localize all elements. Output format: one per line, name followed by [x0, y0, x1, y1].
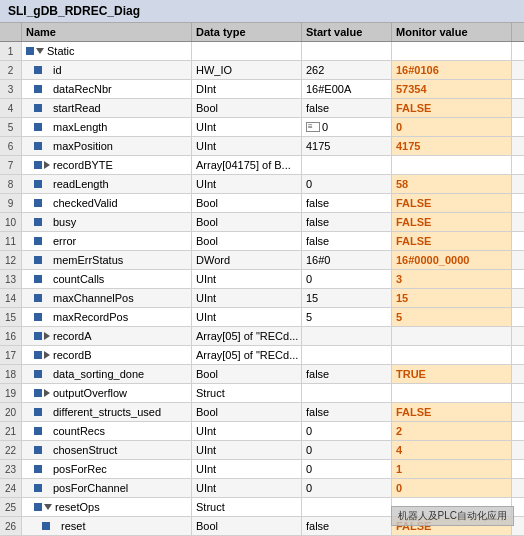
expand-arrow-right-icon[interactable]	[44, 161, 50, 169]
cell-monitor: 1	[392, 460, 512, 478]
table-row[interactable]: 13countCallsUInt03	[0, 270, 524, 289]
cell-dtype: UInt	[192, 308, 302, 326]
cell-monitor: 57354	[392, 80, 512, 98]
title-bar: SLI_gDB_RDREC_Diag	[0, 0, 524, 23]
header-dtype: Data type	[192, 23, 302, 41]
cell-monitor	[392, 327, 512, 345]
cell-rownum: 2	[0, 61, 22, 79]
cell-dtype: Array[05] of "RECd...	[192, 327, 302, 345]
cell-name: posForChannel	[22, 479, 192, 497]
cell-dtype: Bool	[192, 194, 302, 212]
table-row[interactable]: 9checkedValidBoolfalseFALSE	[0, 194, 524, 213]
table-row[interactable]: 11errorBoolfalseFALSE	[0, 232, 524, 251]
cell-name: memErrStatus	[22, 251, 192, 269]
name-text: busy	[53, 216, 76, 228]
cell-start: 16#0	[302, 251, 392, 269]
expand-arrow-right-icon[interactable]	[44, 351, 50, 359]
name-text: different_structs_used	[53, 406, 161, 418]
table-row[interactable]: 19outputOverflowStruct	[0, 384, 524, 403]
type-icon	[42, 522, 50, 530]
cell-name: maxChannelPos	[22, 289, 192, 307]
cell-monitor: 15	[392, 289, 512, 307]
cell-name: reset	[22, 517, 192, 535]
name-text: recordBYTE	[53, 159, 113, 171]
cell-monitor: 16#0000_0000	[392, 251, 512, 269]
name-text: data_sorting_done	[53, 368, 144, 380]
type-icon	[34, 503, 42, 511]
cell-rownum: 14	[0, 289, 22, 307]
cell-name: posForRec	[22, 460, 192, 478]
cell-monitor: 4	[392, 441, 512, 459]
cell-name: recordBYTE	[22, 156, 192, 174]
cell-start: false	[302, 213, 392, 231]
type-icon	[34, 313, 42, 321]
table-row[interactable]: 16recordAArray[05] of "RECd...	[0, 327, 524, 346]
name-text: dataRecNbr	[53, 83, 112, 95]
table-row[interactable]: 2idHW_IO26216#0106	[0, 61, 524, 80]
cell-monitor: 0	[392, 479, 512, 497]
expand-arrow-down-icon[interactable]	[44, 504, 52, 510]
cell-rownum: 23	[0, 460, 22, 478]
cell-monitor	[392, 42, 512, 60]
cell-start: false	[302, 232, 392, 250]
expand-arrow-down-icon[interactable]	[36, 48, 44, 54]
table-row[interactable]: 3dataRecNbrDInt16#E00A57354	[0, 80, 524, 99]
cell-name: resetOps	[22, 498, 192, 516]
table-row[interactable]: 23posForRecUInt01	[0, 460, 524, 479]
expand-arrow-right-icon[interactable]	[44, 332, 50, 340]
cell-start: false	[302, 194, 392, 212]
table-row[interactable]: 22chosenStructUInt04	[0, 441, 524, 460]
name-text: Static	[47, 45, 75, 57]
table-row[interactable]: 7recordBYTEArray[04175] of B...	[0, 156, 524, 175]
cell-start	[302, 498, 392, 516]
cell-rownum: 20	[0, 403, 22, 421]
name-text: reset	[61, 520, 85, 532]
table-row[interactable]: 6maxPositionUInt41754175	[0, 137, 524, 156]
cell-rownum: 4	[0, 99, 22, 117]
name-text: posForChannel	[53, 482, 128, 494]
table-row[interactable]: 4startReadBoolfalseFALSE	[0, 99, 524, 118]
table-row[interactable]: 21countRecsUInt02	[0, 422, 524, 441]
type-icon	[34, 484, 42, 492]
monitor-table-icon[interactable]	[306, 122, 320, 132]
window-title: SLI_gDB_RDREC_Diag	[8, 4, 140, 18]
table-row[interactable]: 17recordBArray[05] of "RECd...	[0, 346, 524, 365]
cell-dtype: Struct	[192, 384, 302, 402]
cell-rownum: 21	[0, 422, 22, 440]
type-icon	[34, 256, 42, 264]
table-row[interactable]: 15maxRecordPosUInt55	[0, 308, 524, 327]
cell-name: different_structs_used	[22, 403, 192, 421]
table-row[interactable]: 5maxLengthUInt00	[0, 118, 524, 137]
table-row[interactable]: 14maxChannelPosUInt1515	[0, 289, 524, 308]
table-row[interactable]: 10busyBoolfalseFALSE	[0, 213, 524, 232]
cell-rownum: 7	[0, 156, 22, 174]
cell-name: data_sorting_done	[22, 365, 192, 383]
header-monitor: Monitor value	[392, 23, 512, 41]
name-text: resetOps	[55, 501, 100, 513]
cell-start: 5	[302, 308, 392, 326]
name-text: maxChannelPos	[53, 292, 134, 304]
table-row[interactable]: 24posForChannelUInt00	[0, 479, 524, 498]
name-text: recordB	[53, 349, 92, 361]
type-icon	[34, 123, 42, 131]
name-text: error	[53, 235, 76, 247]
table-row[interactable]: 20different_structs_usedBoolfalseFALSE	[0, 403, 524, 422]
type-icon	[34, 370, 42, 378]
cell-start: 15	[302, 289, 392, 307]
cell-rownum: 22	[0, 441, 22, 459]
table-row[interactable]: 1Static	[0, 42, 524, 61]
cell-name: busy	[22, 213, 192, 231]
cell-start: 0	[302, 441, 392, 459]
header-rownum	[0, 23, 22, 41]
cell-rownum: 25	[0, 498, 22, 516]
table-row[interactable]: 8readLengthUInt058	[0, 175, 524, 194]
type-icon	[34, 180, 42, 188]
cell-start: false	[302, 99, 392, 117]
table-row[interactable]: 12memErrStatusDWord16#016#0000_0000	[0, 251, 524, 270]
name-text: maxRecordPos	[53, 311, 128, 323]
cell-dtype: Bool	[192, 403, 302, 421]
cell-start: false	[302, 365, 392, 383]
table-row[interactable]: 18data_sorting_doneBoolfalseTRUE	[0, 365, 524, 384]
cell-dtype: UInt	[192, 289, 302, 307]
expand-arrow-right-icon[interactable]	[44, 389, 50, 397]
